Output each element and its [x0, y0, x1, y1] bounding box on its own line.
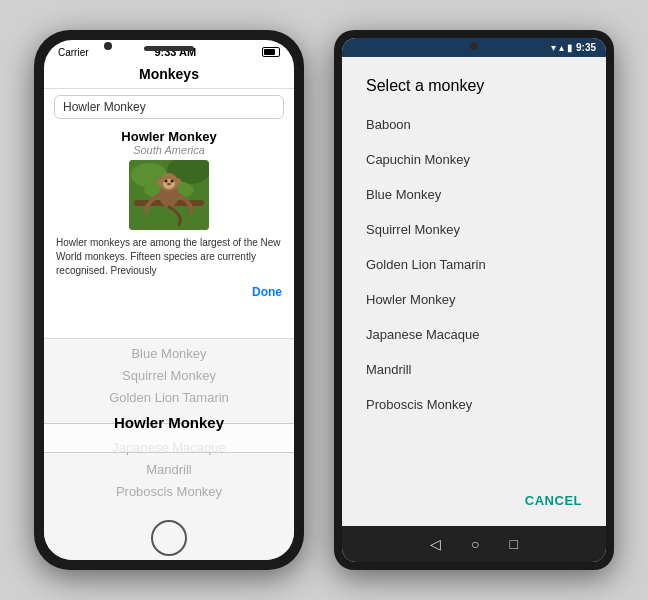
iphone-front-camera	[104, 42, 112, 50]
iphone-carrier: Carrier	[58, 47, 89, 58]
android-device: ▾ ▴ ▮ 9:35 Select a monkey Baboon Capuch…	[334, 30, 614, 570]
picker-item-blue-monkey[interactable]: Blue Monkey	[44, 343, 294, 365]
list-item-blue-monkey[interactable]: Blue Monkey	[366, 177, 582, 212]
cancel-button[interactable]: CANCEL	[525, 489, 582, 512]
svg-point-10	[167, 183, 171, 185]
signal-icon: ▴	[559, 42, 564, 53]
iphone-navbar: Monkeys	[44, 62, 294, 89]
list-item-japanese-macaque[interactable]: Japanese Macaque	[366, 317, 582, 352]
android-recent-button[interactable]: □	[510, 536, 518, 552]
iphone-speaker	[144, 46, 194, 51]
android-home-button[interactable]: ○	[471, 536, 479, 552]
android-back-button[interactable]: ◁	[430, 536, 441, 552]
iphone-screen: Carrier 9:33 AM Monkeys Howler Monkey Ho…	[44, 40, 294, 560]
picker-item-japanese-macaque[interactable]: Japanese Macaque	[44, 437, 294, 459]
iphone-monkey-desc: Howler monkeys are among the largest of …	[44, 236, 294, 278]
iphone-done-button[interactable]: Done	[252, 285, 282, 299]
iphone-device: Carrier 9:33 AM Monkeys Howler Monkey Ho…	[34, 30, 304, 570]
phones-container: Carrier 9:33 AM Monkeys Howler Monkey Ho…	[14, 10, 634, 590]
iphone-monkey-name: Howler Monkey	[44, 129, 294, 144]
list-item-capuchin-monkey[interactable]: Capuchin Monkey	[366, 142, 582, 177]
android-time: 9:35	[576, 42, 596, 53]
android-front-camera	[470, 42, 478, 50]
svg-point-11	[157, 179, 163, 186]
iphone-title: Monkeys	[54, 66, 284, 82]
picker-item-mandrill[interactable]: Mandrill	[44, 459, 294, 481]
wifi-icon: ▾	[551, 42, 556, 53]
battery-icon: ▮	[567, 42, 573, 53]
iphone-battery	[262, 47, 280, 57]
picker-item-proboscis-monkey[interactable]: Proboscis Monkey	[44, 481, 294, 503]
list-item-howler-monkey[interactable]: Howler Monkey	[366, 282, 582, 317]
iphone-done-row: Done	[44, 278, 294, 304]
iphone-search-field[interactable]: Howler Monkey	[54, 95, 284, 119]
iphone-content: Howler Monkey South America	[44, 125, 294, 338]
list-item-squirrel-monkey[interactable]: Squirrel Monkey	[366, 212, 582, 247]
android-monkey-list: Baboon Capuchin Monkey Blue Monkey Squir…	[366, 107, 582, 481]
list-item-golden-lion-tamarin[interactable]: Golden Lion Tamarin	[366, 247, 582, 282]
iphone-statusbar: Carrier 9:33 AM	[44, 40, 294, 62]
svg-point-8	[165, 180, 168, 183]
android-navbar: ◁ ○ □	[342, 526, 606, 562]
list-item-baboon[interactable]: Baboon	[366, 107, 582, 142]
list-item-mandrill[interactable]: Mandrill	[366, 352, 582, 387]
android-dialog-actions: CANCEL	[366, 481, 582, 516]
android-status-icons: ▾ ▴ ▮ 9:35	[551, 42, 596, 53]
picker-item-squirrel-monkey[interactable]: Squirrel Monkey	[44, 365, 294, 387]
list-item-proboscis-monkey[interactable]: Proboscis Monkey	[366, 387, 582, 422]
iphone-monkey-region: South America	[44, 144, 294, 156]
android-dialog: Select a monkey Baboon Capuchin Monkey B…	[342, 57, 606, 526]
svg-point-12	[175, 179, 181, 186]
android-screen: ▾ ▴ ▮ 9:35 Select a monkey Baboon Capuch…	[342, 38, 606, 562]
svg-point-9	[171, 180, 174, 183]
picker-item-golden-lion-tamarin[interactable]: Golden Lion Tamarin	[44, 387, 294, 409]
iphone-home-button[interactable]	[151, 520, 187, 556]
iphone-monkey-image	[129, 160, 209, 230]
android-dialog-title: Select a monkey	[366, 77, 582, 95]
picker-item-howler-monkey[interactable]: Howler Monkey	[44, 409, 294, 437]
